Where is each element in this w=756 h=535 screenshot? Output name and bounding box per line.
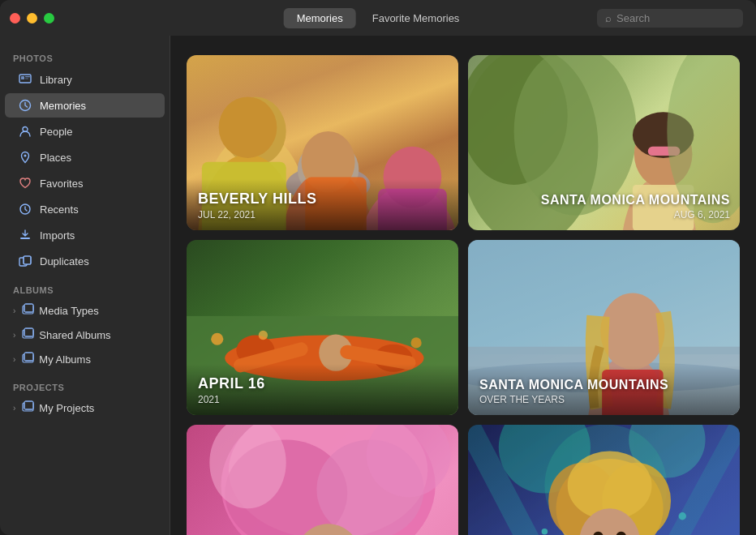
library-icon — [18, 72, 32, 87]
svg-rect-3 — [25, 78, 28, 79]
card-subtitle-1: JUL 22, 2021 — [198, 209, 447, 220]
card-title-2: Santa Monica Mountains — [541, 192, 730, 208]
places-icon — [18, 150, 32, 165]
media-types-icon — [22, 303, 34, 318]
chevron-right-icon-2: › — [13, 331, 15, 340]
card-title-3: APRIL 16 — [198, 375, 447, 393]
sidebar-item-my-albums-label: My Albums — [39, 353, 91, 366]
minimize-button[interactable] — [27, 13, 37, 24]
memory-card-beverly-hills-1[interactable]: BEVERLY HILLS JUL 22, 2021 — [187, 55, 458, 230]
sidebar-item-favorites[interactable]: Favorites — [5, 171, 165, 195]
svg-point-6 — [24, 155, 27, 157]
svg-point-85 — [542, 529, 548, 535]
svg-rect-8 — [20, 238, 30, 239]
sidebar-item-duplicates[interactable]: Duplicates — [5, 249, 165, 273]
tab-favorite-memories[interactable]: Favorite Memories — [359, 8, 473, 28]
svg-point-60 — [600, 293, 664, 370]
card-overlay-3: APRIL 16 2021 — [187, 364, 458, 416]
search-icon: ⌕ — [605, 12, 612, 24]
sidebar-item-imports-label: Imports — [40, 229, 75, 242]
card-overlay-4: Santa Monica Mountains OVER THE YEARS — [468, 366, 740, 415]
card-title-4: Santa Monica Mountains — [479, 377, 728, 392]
memory-card-april-16[interactable]: APRIL 16 2021 — [187, 240, 458, 415]
sidebar-item-imports[interactable]: Imports — [5, 223, 165, 247]
shared-albums-icon — [22, 327, 34, 342]
sidebar: Photos Library Memories People Places Fa… — [0, 0, 170, 535]
memory-card-santa-monica-1[interactable]: Santa Monica Mountains AUG 6, 2021 — [468, 55, 740, 230]
sidebar-item-recents[interactable]: Recents — [5, 197, 165, 221]
tab-bar: Memories Favorite Memories — [284, 8, 473, 28]
svg-rect-1 — [21, 76, 24, 79]
card-subtitle-3: 2021 — [198, 394, 447, 405]
sidebar-item-shared-albums[interactable]: › Shared Albums — [5, 323, 165, 346]
svg-point-54 — [259, 331, 268, 340]
svg-rect-19 — [24, 353, 33, 361]
favorites-icon — [18, 176, 32, 190]
sidebar-item-favorites-label: Favorites — [40, 178, 83, 190]
sidebar-item-people-label: People — [40, 126, 72, 138]
search-bar[interactable]: ⌕ — [597, 9, 743, 28]
memories-icon — [18, 98, 32, 113]
search-input[interactable] — [616, 12, 735, 24]
card-subtitle-2: AUG 6, 2021 — [541, 209, 730, 220]
maximize-button[interactable] — [44, 13, 54, 24]
imports-icon — [18, 228, 32, 242]
svg-rect-2 — [25, 76, 30, 77]
chevron-right-icon-3: › — [13, 355, 15, 364]
svg-point-53 — [211, 333, 223, 345]
sidebar-item-media-types[interactable]: › Media Types — [5, 299, 165, 322]
sidebar-item-people[interactable]: People — [5, 119, 165, 143]
sidebar-item-places[interactable]: Places — [5, 145, 165, 169]
sidebar-item-my-projects[interactable]: › My Projects — [5, 396, 165, 419]
sidebar-section-photos: Photos — [0, 42, 170, 66]
sidebar-item-my-projects-label: My Projects — [39, 402, 94, 414]
svg-point-55 — [410, 337, 421, 348]
tab-memories[interactable]: Memories — [284, 8, 356, 28]
sidebar-item-library-label: Library — [40, 74, 72, 86]
chevron-right-icon-4: › — [13, 404, 15, 413]
svg-rect-22 — [24, 401, 33, 409]
sidebar-item-my-albums[interactable]: › My Albums — [5, 348, 165, 370]
traffic-lights — [10, 13, 54, 24]
card-title-1: BEVERLY HILLS — [198, 190, 447, 208]
sidebar-item-duplicates-label: Duplicates — [40, 255, 89, 268]
duplicates-icon — [18, 254, 32, 268]
chevron-right-icon: › — [13, 306, 15, 315]
svg-rect-16 — [24, 328, 33, 336]
memories-grid: BEVERLY HILLS JUL 22, 2021 — [170, 42, 756, 535]
sidebar-section-projects: Projects — [0, 371, 170, 396]
svg-rect-13 — [24, 304, 33, 312]
sidebar-section-albums: Albums — [0, 274, 170, 298]
my-projects-icon — [22, 400, 34, 415]
sidebar-item-places-label: Places — [40, 152, 71, 164]
sidebar-item-shared-albums-label: Shared Albums — [39, 329, 110, 341]
sidebar-item-recents-label: Recents — [40, 203, 79, 216]
card-subtitle-4: OVER THE YEARS — [479, 394, 728, 405]
my-albums-icon — [22, 352, 34, 366]
svg-point-27 — [219, 96, 277, 157]
close-button[interactable] — [10, 13, 20, 24]
people-icon — [18, 124, 32, 139]
main-content: BEVERLY HILLS JUL 22, 2021 — [170, 0, 756, 535]
memory-card-beverly-hills-2[interactable]: Beverly Hills JUL 28, 2021 — [187, 425, 458, 535]
svg-point-86 — [679, 512, 686, 520]
sidebar-item-memories-label: Memories — [40, 100, 86, 112]
memory-card-party[interactable] — [468, 425, 740, 535]
sidebar-item-library[interactable]: Library — [5, 67, 165, 92]
sidebar-item-memories[interactable]: Memories — [5, 93, 165, 118]
card-overlay-2: Santa Monica Mountains AUG 6, 2021 — [541, 192, 730, 220]
card-overlay-1: BEVERLY HILLS JUL 22, 2021 — [187, 179, 458, 231]
sidebar-item-media-types-label: Media Types — [39, 305, 98, 317]
memory-card-santa-monica-2[interactable]: Santa Monica Mountains OVER THE YEARS — [468, 240, 740, 415]
titlebar: Memories Favorite Memories ⌕ — [0, 0, 756, 36]
svg-rect-10 — [24, 256, 31, 264]
recents-icon — [18, 202, 32, 216]
